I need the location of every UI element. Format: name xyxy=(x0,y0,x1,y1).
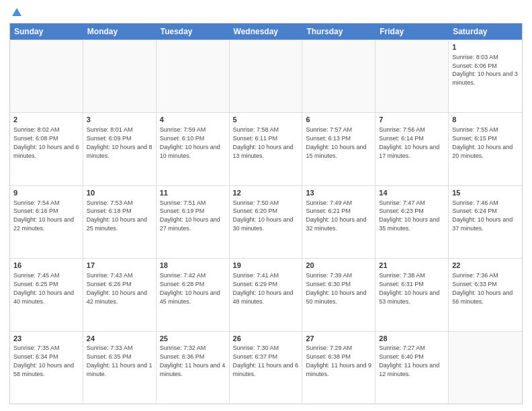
day-number: 21 xyxy=(379,261,445,271)
day-number: 27 xyxy=(306,334,371,344)
cell-info: Sunrise: 7:46 AM Sunset: 6:24 PM Dayligh… xyxy=(452,199,513,232)
day-number: 23 xyxy=(13,334,79,344)
calendar-cell: 1Sunrise: 8:03 AM Sunset: 6:06 PM Daylig… xyxy=(449,40,522,112)
calendar-cell xyxy=(157,40,230,112)
cell-info: Sunrise: 7:56 AM Sunset: 6:14 PM Dayligh… xyxy=(379,126,439,158)
calendar-cell: 18Sunrise: 7:42 AM Sunset: 6:28 PM Dayli… xyxy=(157,259,230,330)
day-number: 14 xyxy=(379,188,445,198)
cell-info: Sunrise: 8:02 AM Sunset: 6:08 PM Dayligh… xyxy=(13,126,79,158)
calendar-cell: 3Sunrise: 8:01 AM Sunset: 6:09 PM Daylig… xyxy=(83,113,157,185)
day-number: 6 xyxy=(306,115,371,125)
cell-info: Sunrise: 7:58 AM Sunset: 6:11 PM Dayligh… xyxy=(233,126,294,158)
calendar-cell: 19Sunrise: 7:41 AM Sunset: 6:29 PM Dayli… xyxy=(230,259,303,330)
calendar-cell: 5Sunrise: 7:58 AM Sunset: 6:11 PM Daylig… xyxy=(230,113,303,185)
calendar-cell: 16Sunrise: 7:45 AM Sunset: 6:25 PM Dayli… xyxy=(10,259,83,330)
calendar-cell: 2Sunrise: 8:02 AM Sunset: 6:08 PM Daylig… xyxy=(10,113,83,185)
calendar-cell: 10Sunrise: 7:53 AM Sunset: 6:18 PM Dayli… xyxy=(83,186,157,258)
day-number: 7 xyxy=(379,115,445,125)
header-thursday: Thursday xyxy=(302,24,375,40)
cell-info: Sunrise: 8:01 AM Sunset: 6:09 PM Dayligh… xyxy=(87,126,152,158)
cell-info: Sunrise: 7:49 AM Sunset: 6:21 PM Dayligh… xyxy=(306,199,366,232)
calendar-cell xyxy=(83,40,157,112)
calendar-row-2: 2Sunrise: 8:02 AM Sunset: 6:08 PM Daylig… xyxy=(10,112,522,185)
calendar-row-3: 9Sunrise: 7:54 AM Sunset: 6:16 PM Daylig… xyxy=(10,185,522,258)
calendar-cell xyxy=(449,332,522,404)
svg-marker-0 xyxy=(12,8,21,16)
day-number: 16 xyxy=(13,261,79,271)
day-number: 13 xyxy=(306,188,371,198)
calendar-cell: 13Sunrise: 7:49 AM Sunset: 6:21 PM Dayli… xyxy=(302,186,375,258)
cell-info: Sunrise: 7:42 AM Sunset: 6:28 PM Dayligh… xyxy=(160,272,220,304)
calendar-cell: 21Sunrise: 7:38 AM Sunset: 6:31 PM Dayli… xyxy=(375,259,449,330)
calendar: Sunday Monday Tuesday Wednesday Thursday… xyxy=(9,23,523,404)
cell-info: Sunrise: 7:41 AM Sunset: 6:29 PM Dayligh… xyxy=(233,272,294,304)
calendar-cell: 11Sunrise: 7:51 AM Sunset: 6:19 PM Dayli… xyxy=(157,186,230,258)
day-number: 18 xyxy=(160,261,226,271)
calendar-cell: 7Sunrise: 7:56 AM Sunset: 6:14 PM Daylig… xyxy=(375,113,449,185)
cell-info: Sunrise: 7:59 AM Sunset: 6:10 PM Dayligh… xyxy=(160,126,220,158)
calendar-cell: 9Sunrise: 7:54 AM Sunset: 6:16 PM Daylig… xyxy=(10,186,83,258)
calendar-cell: 15Sunrise: 7:46 AM Sunset: 6:24 PM Dayli… xyxy=(449,186,522,258)
cell-info: Sunrise: 7:45 AM Sunset: 6:25 PM Dayligh… xyxy=(13,272,74,304)
calendar-cell: 28Sunrise: 7:27 AM Sunset: 6:40 PM Dayli… xyxy=(375,332,449,404)
day-number: 22 xyxy=(452,261,519,271)
day-number: 3 xyxy=(87,115,152,125)
cell-info: Sunrise: 7:51 AM Sunset: 6:19 PM Dayligh… xyxy=(160,199,220,232)
calendar-cell: 23Sunrise: 7:35 AM Sunset: 6:34 PM Dayli… xyxy=(10,332,83,404)
day-number: 8 xyxy=(452,115,519,125)
header-friday: Friday xyxy=(375,24,449,40)
cell-info: Sunrise: 7:47 AM Sunset: 6:23 PM Dayligh… xyxy=(379,199,439,232)
calendar-row-5: 23Sunrise: 7:35 AM Sunset: 6:34 PM Dayli… xyxy=(10,331,522,404)
calendar-row-1: 1Sunrise: 8:03 AM Sunset: 6:06 PM Daylig… xyxy=(10,40,522,112)
header xyxy=(9,7,523,19)
calendar-cell: 20Sunrise: 7:39 AM Sunset: 6:30 PM Dayli… xyxy=(302,259,375,330)
calendar-cell: 12Sunrise: 7:50 AM Sunset: 6:20 PM Dayli… xyxy=(230,186,303,258)
day-number: 4 xyxy=(160,115,226,125)
day-number: 5 xyxy=(233,115,299,125)
day-number: 11 xyxy=(160,188,226,198)
calendar-cell: 17Sunrise: 7:43 AM Sunset: 6:26 PM Dayli… xyxy=(83,259,157,330)
day-number: 1 xyxy=(452,42,519,52)
logo-icon xyxy=(11,7,23,19)
header-sunday: Sunday xyxy=(10,24,83,40)
logo xyxy=(9,7,23,19)
calendar-cell: 27Sunrise: 7:29 AM Sunset: 6:38 PM Dayli… xyxy=(302,332,375,404)
calendar-cell: 24Sunrise: 7:33 AM Sunset: 6:35 PM Dayli… xyxy=(83,332,157,404)
calendar-cell: 25Sunrise: 7:32 AM Sunset: 6:36 PM Dayli… xyxy=(157,332,230,404)
day-number: 2 xyxy=(13,115,79,125)
day-number: 10 xyxy=(87,188,152,198)
calendar-cell: 22Sunrise: 7:36 AM Sunset: 6:33 PM Dayli… xyxy=(449,259,522,330)
calendar-cell: 26Sunrise: 7:30 AM Sunset: 6:37 PM Dayli… xyxy=(230,332,303,404)
cell-info: Sunrise: 7:36 AM Sunset: 6:33 PM Dayligh… xyxy=(452,272,513,304)
cell-info: Sunrise: 7:43 AM Sunset: 6:26 PM Dayligh… xyxy=(87,272,147,304)
cell-info: Sunrise: 7:39 AM Sunset: 6:30 PM Dayligh… xyxy=(306,272,366,304)
calendar-cell: 4Sunrise: 7:59 AM Sunset: 6:10 PM Daylig… xyxy=(157,113,230,185)
header-wednesday: Wednesday xyxy=(230,24,303,40)
cell-info: Sunrise: 7:32 AM Sunset: 6:36 PM Dayligh… xyxy=(160,345,226,377)
cell-info: Sunrise: 7:55 AM Sunset: 6:15 PM Dayligh… xyxy=(452,126,513,158)
header-tuesday: Tuesday xyxy=(157,24,230,40)
day-number: 28 xyxy=(379,334,445,344)
cell-info: Sunrise: 7:50 AM Sunset: 6:20 PM Dayligh… xyxy=(233,199,294,232)
cell-info: Sunrise: 7:27 AM Sunset: 6:40 PM Dayligh… xyxy=(379,345,439,377)
calendar-cell xyxy=(230,40,303,112)
day-number: 17 xyxy=(87,261,152,271)
day-number: 24 xyxy=(87,334,152,344)
day-number: 19 xyxy=(233,261,299,271)
header-monday: Monday xyxy=(83,24,157,40)
calendar-header: Sunday Monday Tuesday Wednesday Thursday… xyxy=(10,24,522,40)
cell-info: Sunrise: 7:54 AM Sunset: 6:16 PM Dayligh… xyxy=(13,199,74,232)
calendar-row-4: 16Sunrise: 7:45 AM Sunset: 6:25 PM Dayli… xyxy=(10,258,522,330)
day-number: 9 xyxy=(13,188,79,198)
calendar-cell xyxy=(10,40,83,112)
cell-info: Sunrise: 8:03 AM Sunset: 6:06 PM Dayligh… xyxy=(452,54,518,86)
day-number: 25 xyxy=(160,334,226,344)
cell-info: Sunrise: 7:29 AM Sunset: 6:38 PM Dayligh… xyxy=(306,345,371,377)
calendar-cell xyxy=(302,40,375,112)
cell-info: Sunrise: 7:53 AM Sunset: 6:18 PM Dayligh… xyxy=(87,199,147,232)
cell-info: Sunrise: 7:33 AM Sunset: 6:35 PM Dayligh… xyxy=(87,345,152,377)
cell-info: Sunrise: 7:38 AM Sunset: 6:31 PM Dayligh… xyxy=(379,272,439,304)
cell-info: Sunrise: 7:35 AM Sunset: 6:34 PM Dayligh… xyxy=(13,345,74,377)
calendar-cell: 8Sunrise: 7:55 AM Sunset: 6:15 PM Daylig… xyxy=(449,113,522,185)
header-saturday: Saturday xyxy=(449,24,522,40)
